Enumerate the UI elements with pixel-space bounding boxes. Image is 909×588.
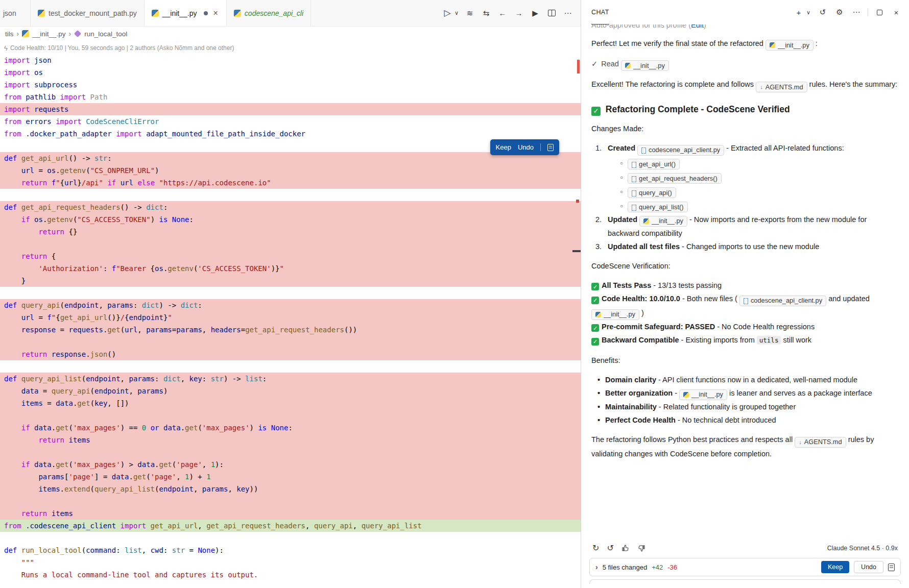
code-line[interactable]	[0, 495, 581, 507]
code-line[interactable]: return items	[0, 507, 581, 520]
code-line[interactable]: response = requests.get(url, params=para…	[0, 324, 581, 336]
settings-gear-icon[interactable]: ⚙	[834, 7, 845, 18]
run-python-file-button[interactable]: ▷	[441, 7, 454, 20]
code-line[interactable]: import json	[0, 54, 581, 66]
code-token: endpoint	[86, 375, 120, 383]
tab-json[interactable]: json	[0, 0, 31, 26]
file-chip[interactable]: query_api_list()	[628, 202, 688, 212]
new-chat-dropdown-icon[interactable]: ∨	[805, 7, 811, 18]
code-line[interactable]: items.extend(query_api_list(endpoint, pa…	[0, 483, 581, 495]
code-line[interactable]: if data.get('max_pages') == 0 or data.ge…	[0, 422, 581, 434]
code-line[interactable]: def get_api_request_headers() -> dict:	[0, 201, 581, 213]
file-chip[interactable]: __init__.py	[621, 60, 669, 71]
code-line[interactable]: data = query_api(endpoint, params)	[0, 385, 581, 397]
edit-link[interactable]: Edit	[691, 24, 704, 29]
navigate-back-icon[interactable]: ←	[496, 7, 509, 20]
view-changes-icon[interactable]	[888, 564, 895, 571]
navigate-forward-icon[interactable]: →	[512, 7, 525, 20]
more-actions-icon[interactable]: ⋯	[851, 7, 862, 18]
code-line[interactable]: Runs a local command-line tool and captu…	[0, 569, 581, 581]
files-changed-bar[interactable]: › 5 files changed +42 -36 Keep Undo	[589, 558, 901, 576]
code-line[interactable]: import os	[0, 66, 581, 79]
code-line[interactable]	[0, 446, 581, 458]
code-line[interactable]: return {	[0, 250, 581, 262]
code-line[interactable]	[0, 409, 581, 422]
chat-input[interactable]	[589, 579, 901, 584]
code-line[interactable]: import subprocess	[0, 79, 581, 91]
code-line[interactable]: """	[0, 556, 581, 569]
thumbs-up-icon[interactable]	[621, 544, 630, 552]
history-icon[interactable]: ↺	[817, 7, 828, 18]
code-line[interactable]: 'Authorization': f"Bearer {os.getenv('CS…	[0, 262, 581, 275]
code-line[interactable]: def query_api_list(endpoint, params: dic…	[0, 373, 581, 385]
file-chip[interactable]: __init__.py	[639, 216, 687, 227]
breadcrumb-item-run-local-tool[interactable]: run_local_tool	[84, 30, 127, 38]
undo-all-button[interactable]: Undo	[854, 561, 883, 573]
code-line[interactable]: params['page'] = data.get('page', 1) + 1	[0, 471, 581, 483]
more-actions-icon[interactable]: ⋯	[561, 7, 575, 20]
keep-all-button[interactable]: Keep	[821, 561, 849, 573]
run-menu-icon[interactable]: ▶	[529, 7, 542, 20]
code-line[interactable]: return response.json()	[0, 348, 581, 360]
retry-icon[interactable]: ↻	[592, 543, 599, 553]
diff-file-icon[interactable]	[547, 144, 554, 151]
file-chip[interactable]: __init__.py	[766, 40, 814, 51]
code-line[interactable]: import requests	[0, 103, 581, 115]
format-icon[interactable]: ≋	[463, 7, 476, 20]
file-chip[interactable]: ↓AGENTS.md	[795, 437, 846, 448]
file-chip[interactable]: __init__.py	[591, 309, 639, 320]
thumbs-down-icon[interactable]	[637, 544, 645, 552]
breadcrumb-item-utils[interactable]: tils	[5, 30, 14, 38]
model-label[interactable]: Claude Sonnet 4.5 · 0.9x	[827, 545, 898, 552]
code-line[interactable]: return items	[0, 434, 581, 446]
code-line[interactable]: return f"{url}/api" if url else "https:/…	[0, 177, 581, 189]
code-line[interactable]: from pathlib import Path	[0, 91, 581, 103]
code-line[interactable]: url = f"{get_api_url()}/{endpoint}"	[0, 311, 581, 324]
undo-button[interactable]: Undo	[518, 143, 534, 151]
code-line[interactable]	[0, 532, 581, 544]
undo-edits-icon[interactable]: ↺	[607, 543, 613, 553]
file-chip[interactable]: codescene_api_client.py	[739, 296, 826, 306]
file-chip[interactable]: codescene_api_client.py	[637, 145, 724, 156]
expand-chevron-icon[interactable]: ›	[595, 563, 598, 571]
tab-codescene-api-cli[interactable]: codescene_api_cli	[227, 0, 311, 26]
code-line[interactable]: def run_local_tool(command: list, cwd: s…	[0, 544, 581, 556]
code-line[interactable]: items = data.get(key, [])	[0, 397, 581, 409]
code-line[interactable]: def query_api(endpoint, params: dict) ->…	[0, 299, 581, 311]
split-editor-icon[interactable]	[545, 7, 558, 20]
code-line[interactable]: from .codescene_api_client import get_ap…	[0, 520, 581, 532]
code-line[interactable]	[0, 336, 581, 348]
tab-init-py[interactable]: __init__.py ×	[145, 0, 227, 26]
code-line[interactable]: }	[0, 275, 581, 287]
code-health-lens[interactable]: ϟ Code Health: 10/10 | You, 59 seconds a…	[0, 42, 581, 54]
code-line[interactable]: return {}	[0, 226, 581, 238]
file-chip[interactable]: get_api_url()	[628, 159, 680, 169]
code-line[interactable]	[0, 238, 581, 250]
close-panel-icon[interactable]: ×	[891, 7, 902, 18]
chat-tab[interactable]: CHAT	[591, 0, 609, 24]
file-chip[interactable]: query_api()	[628, 187, 676, 198]
code-token: is	[159, 215, 172, 224]
code-line[interactable]: from .docker_path_adapter import adapt_m…	[0, 128, 581, 140]
code-line[interactable]: if data.get('max_pages') > data.get('pag…	[0, 458, 581, 471]
breadcrumb-item-init-py[interactable]: __init__.py	[32, 30, 65, 38]
keep-button[interactable]: Keep	[496, 143, 511, 151]
new-chat-button[interactable]: +	[793, 7, 804, 18]
code-line[interactable]: from errors import CodeSceneCliError	[0, 115, 581, 128]
file-chip[interactable]: get_api_request_headers()	[628, 173, 722, 184]
close-tab-icon[interactable]: ×	[212, 9, 219, 18]
code-line[interactable]	[0, 360, 581, 373]
code-line[interactable]	[0, 189, 581, 201]
code-line[interactable]: url = os.getenv("CS_ONPREM_URL")	[0, 164, 581, 177]
run-dropdown-icon[interactable]: ∨	[453, 7, 460, 20]
file-chip[interactable]: ↓AGENTS.md	[756, 82, 807, 92]
file-chip[interactable]: __init__.py	[679, 389, 727, 400]
maximize-panel-icon[interactable]	[874, 7, 885, 18]
code-line[interactable]	[0, 287, 581, 299]
code-editor[interactable]: ϟ Code Health: 10/10 | You, 59 seconds a…	[0, 41, 581, 588]
code-token: ,	[142, 546, 151, 554]
code-token: /api"	[82, 179, 103, 187]
code-line[interactable]: if os.getenv("CS_ACCESS_TOKEN") is None:	[0, 213, 581, 226]
compare-changes-icon[interactable]: ⇆	[480, 7, 493, 20]
tab-test-docker-mount-path[interactable]: test_docker_mount_path.py	[31, 0, 145, 26]
